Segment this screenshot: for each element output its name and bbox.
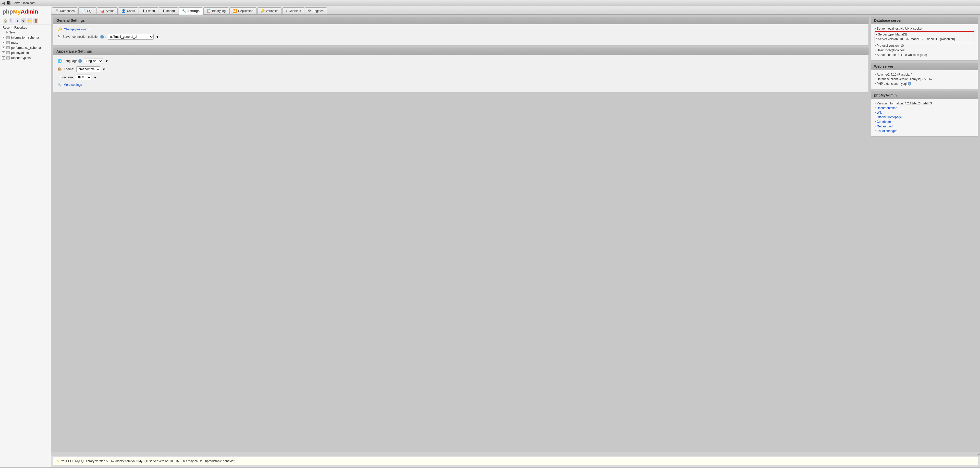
variables-tab-icon: 🔑: [261, 9, 265, 13]
reload-icon-btn[interactable]: ↺: [21, 18, 26, 24]
favorites-label[interactable]: Favorites: [14, 26, 27, 29]
documentation-link[interactable]: Documentation: [877, 106, 897, 110]
db-client-text: Database client version: libmysql - 5.5.…: [877, 77, 932, 81]
web-server-header: Web server: [871, 63, 978, 70]
tab-status[interactable]: 📊 Status: [97, 7, 118, 14]
general-settings-section: General Settings 🔑 Change password 🗄 Ser…: [53, 17, 869, 45]
more-settings-row: 🔧 More settings: [57, 83, 864, 86]
settings-icon-btn[interactable]: 📁: [27, 18, 32, 24]
appearance-settings-header: Appearance Settings: [53, 48, 869, 55]
engines-tab-icon: ⚙: [308, 9, 311, 13]
language-dropdown-arrow: ▼: [105, 59, 108, 63]
list-of-changes-link[interactable]: List of changes: [877, 129, 897, 133]
font-size-bullet: •: [57, 76, 59, 79]
logo-my: My: [13, 8, 21, 15]
sidebar-icons-row: 🏠 🗄 ℹ ↺ 📁 🚪: [0, 18, 51, 25]
title-bar: ◀ 🗄 Server: localhost: [0, 0, 980, 6]
db-icon: ▦: [6, 56, 10, 59]
tab-users[interactable]: 👤 Users: [118, 7, 138, 14]
binarylog-tab-icon: 📋: [207, 9, 211, 13]
logo-admin: Admin: [21, 8, 38, 15]
theme-select[interactable]: pmahomme original: [76, 66, 100, 72]
font-size-row: • Font size: 80% 82% 90% 100% ▼: [57, 75, 864, 80]
sidebar-item-raspberrypints[interactable]: + ▦ raspberrypints: [0, 56, 51, 60]
contribute-link[interactable]: Contribute: [877, 120, 891, 124]
get-support-link[interactable]: Get support: [877, 124, 893, 128]
warning-bar: ⚠ Your PHP MySQL library version 5.5.62 …: [53, 457, 978, 465]
server-icon: 🗄: [7, 1, 11, 5]
tab-engines[interactable]: ⚙ Engines: [305, 7, 327, 14]
tab-sql[interactable]: 📄 SQL: [78, 7, 97, 14]
replication-tab-icon: 🔁: [233, 9, 237, 13]
recent-label[interactable]: Recent: [3, 26, 12, 29]
server-collation-row: 🗄 Server connection collation i: utf8mb4…: [57, 34, 864, 40]
logo-php: php: [3, 8, 13, 15]
title-label: Server: localhost: [13, 1, 35, 5]
tab-charsets-label: Charsets: [289, 9, 301, 13]
tab-databases[interactable]: 🗄 Databases: [52, 7, 78, 14]
server-charset-item: Server charset: UTF-8 Unicode (utf8): [875, 53, 974, 57]
appearance-settings-section: Appearance Settings 🌐 Language i English…: [53, 48, 869, 92]
tab-variables-label: Variables: [266, 9, 278, 13]
theme-row: 🎨 Theme: pmahomme original ▼: [57, 66, 864, 72]
settings-tab-icon: 🔧: [182, 9, 186, 13]
db-icon: ▦: [6, 41, 10, 44]
change-password-link[interactable]: Change password: [64, 27, 89, 31]
sidebar-db-name: raspberrypints: [11, 56, 30, 60]
tab-export[interactable]: ⬆ Export: [139, 7, 159, 14]
appearance-settings-body: 🌐 Language i English French German Spani…: [53, 55, 869, 92]
charsets-tab-icon: ≡: [286, 9, 288, 13]
expand-icon: +: [2, 56, 5, 59]
tab-settings[interactable]: 🔧 Settings: [179, 7, 203, 14]
wiki-link[interactable]: Wiki: [877, 111, 883, 115]
official-homepage-item: Official Homepage: [875, 115, 974, 119]
home-icon-btn[interactable]: 🏠: [3, 18, 8, 24]
official-homepage-link[interactable]: Official Homepage: [877, 115, 902, 119]
collation-select[interactable]: utf8mb4_general_ci utf8_general_ci latin…: [108, 34, 154, 40]
exit-icon-btn[interactable]: 🚪: [33, 18, 38, 24]
info-icon-btn[interactable]: ℹ: [15, 18, 20, 24]
warning-text: Your PHP MySQL library version 5.5.62 di…: [61, 459, 235, 463]
language-info-icon[interactable]: i: [78, 59, 82, 63]
database-icon-btn[interactable]: 🗄: [9, 18, 14, 24]
logo: phpMyAdmin: [0, 6, 51, 18]
collation-info-icon[interactable]: i: [100, 35, 104, 38]
sidebar-item-mysql[interactable]: + ▦ mysql: [0, 40, 51, 45]
font-size-label: Font size:: [60, 76, 74, 79]
font-size-select[interactable]: 80% 82% 90% 100%: [76, 75, 91, 80]
tab-variables[interactable]: 🔑 Variables: [257, 7, 282, 14]
tab-charsets[interactable]: ≡ Charsets: [282, 7, 304, 14]
apache-version-item: Apache/2.4.10 (Raspbian): [875, 73, 974, 76]
language-select[interactable]: English French German Spanish: [84, 58, 103, 64]
sidebar-item-phpmyadmin[interactable]: + ▦ phpmyadmin: [0, 50, 51, 56]
db-client-item: Database client version: libmysql - 5.5.…: [875, 77, 974, 81]
theme-dropdown-arrow: ▼: [102, 67, 106, 71]
db-icon: ▦: [6, 46, 10, 49]
tab-engines-label: Engines: [312, 9, 323, 13]
change-password-row: 🔑 Change password: [57, 27, 864, 32]
mysqli-info-icon[interactable]: i: [908, 82, 912, 86]
highlighted-server-info: Server type: MariaDB Server version: 10.…: [875, 32, 974, 43]
resize-area[interactable]: ◢: [51, 452, 980, 456]
apache-version-text: Apache/2.4.10 (Raspbian): [877, 73, 912, 76]
import-tab-icon: ⬇: [162, 9, 165, 13]
more-settings-link[interactable]: More settings: [64, 83, 82, 86]
sidebar: phpMyAdmin 🏠 🗄 ℹ ↺ 📁 🚪 Recent Favorites …: [0, 6, 51, 467]
wiki-item: Wiki: [875, 111, 974, 115]
new-database-item[interactable]: New: [0, 30, 51, 35]
back-button[interactable]: ◀: [2, 1, 5, 5]
server-type-text: Server type: MariaDB: [878, 33, 907, 36]
databases-tab-icon: 🗄: [56, 9, 59, 13]
panels-row: General Settings 🔑 Change password 🗄 Ser…: [51, 14, 980, 452]
phpmyadmin-section: phpMyAdmin Version information: 4.2.12de…: [871, 91, 978, 137]
sidebar-item-performance-schema[interactable]: + ▦ performance_schema: [0, 45, 51, 50]
sidebar-db-name: information_schema: [11, 36, 39, 39]
tab-replication[interactable]: 🔁 Replication: [229, 7, 256, 14]
language-label: Language i: [64, 59, 82, 63]
tab-import[interactable]: ⬇ Import: [159, 7, 178, 14]
tab-binarylog[interactable]: 📋 Binary log: [204, 7, 229, 14]
database-server-body: Server: localhost via UNIX socket Server…: [871, 24, 978, 60]
more-settings-icon: 🔧: [57, 83, 62, 86]
collation-db-icon: 🗄: [57, 35, 60, 38]
sidebar-item-information-schema[interactable]: + ▦ information_schema: [0, 35, 51, 40]
